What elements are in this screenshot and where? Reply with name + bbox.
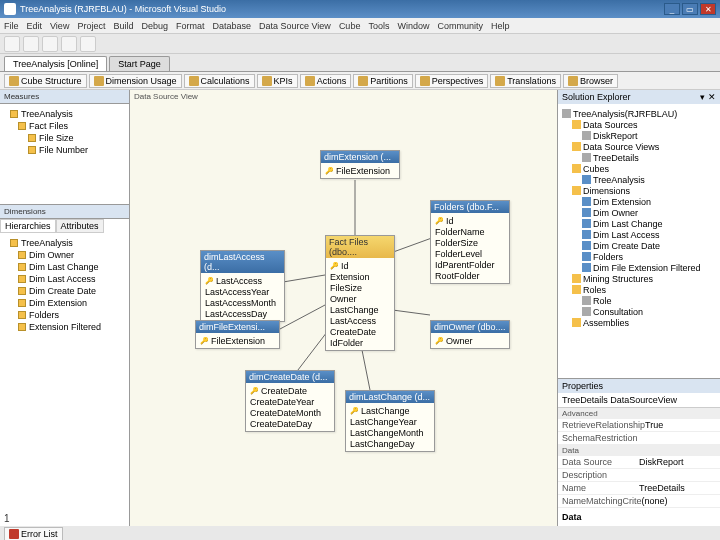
menu-tools[interactable]: Tools: [368, 21, 389, 31]
dim-tab-hierarchies[interactable]: Hierarchies: [0, 219, 56, 233]
solution-item[interactable]: DiskReport: [562, 130, 716, 141]
entity-header: dimOwner (dbo....: [431, 321, 509, 333]
close-button[interactable]: ✕: [700, 3, 716, 15]
solution-item[interactable]: Consultation: [562, 306, 716, 317]
menu-file[interactable]: File: [4, 21, 19, 31]
solution-item[interactable]: Folders: [562, 251, 716, 262]
entity-dimlastaccess[interactable]: dimLastAccess (d... 🔑LastAccess LastAcce…: [200, 250, 285, 322]
prop-row[interactable]: Data SourceDiskReport: [558, 456, 720, 469]
tree-item[interactable]: Extension Filtered: [4, 321, 125, 333]
properties-subject: TreeDetails DataSourceView: [558, 393, 720, 408]
solution-item[interactable]: Data Sources: [562, 119, 716, 130]
maximize-button[interactable]: ▭: [682, 3, 698, 15]
entity-dimextension[interactable]: dimExtension (... 🔑FileExtension: [320, 150, 400, 179]
subtab-calc[interactable]: Calculations: [184, 74, 255, 88]
prop-row[interactable]: SchemaRestriction: [558, 432, 720, 445]
tree-item[interactable]: TreeAnalysis: [4, 108, 125, 120]
entity-header: Fact Files (dbo....: [326, 236, 394, 258]
solution-item[interactable]: Cubes: [562, 163, 716, 174]
tree-item[interactable]: Folders: [4, 309, 125, 321]
subtab-browser[interactable]: Browser: [563, 74, 618, 88]
subtab-partitions[interactable]: Partitions: [353, 74, 413, 88]
solution-item[interactable]: Mining Structures: [562, 273, 716, 284]
measures-tree: TreeAnalysis Fact Files File Size File N…: [0, 104, 129, 204]
menu-edit[interactable]: Edit: [27, 21, 43, 31]
error-list-tab[interactable]: Error List: [4, 527, 63, 540]
tree-item[interactable]: Dim Owner: [4, 249, 125, 261]
menu-database[interactable]: Database: [212, 21, 251, 31]
menu-dsv[interactable]: Data Source View: [259, 21, 331, 31]
solution-item[interactable]: Roles: [562, 284, 716, 295]
solution-item[interactable]: Dim Create Date: [562, 240, 716, 251]
entity-dimfileext[interactable]: dimFileExtensi... 🔑FileExtension: [195, 320, 280, 349]
solution-item[interactable]: Dim File Extension Filtered: [562, 262, 716, 273]
prop-category: Advanced: [558, 408, 720, 419]
dimensions-tree: TreeAnalysis Dim Owner Dim Last Change D…: [0, 233, 129, 526]
subtab-kpi[interactable]: KPIs: [257, 74, 298, 88]
subtab-perspectives[interactable]: Perspectives: [415, 74, 489, 88]
menu-view[interactable]: View: [50, 21, 69, 31]
entity-folders[interactable]: Folders (dbo.F... 🔑Id FolderName FolderS…: [430, 200, 510, 284]
menu-cube[interactable]: Cube: [339, 21, 361, 31]
menu-format[interactable]: Format: [176, 21, 205, 31]
titlebar: TreeAnalysis (RJRFBLAU) - Microsoft Visu…: [0, 0, 720, 18]
prop-row[interactable]: NameMatchingCrite(none): [558, 495, 720, 508]
subtab-structure[interactable]: Cube Structure: [4, 74, 87, 88]
minimize-button[interactable]: _: [664, 3, 680, 15]
entity-dimcreatedate[interactable]: dimCreateDate (d... 🔑CreateDate CreateDa…: [245, 370, 335, 432]
menu-community[interactable]: Community: [437, 21, 483, 31]
dimensions-header: Dimensions: [0, 205, 129, 219]
tree-item[interactable]: Dim Last Access: [4, 273, 125, 285]
solution-item[interactable]: Dim Last Change: [562, 218, 716, 229]
solution-item[interactable]: TreeDetails: [562, 152, 716, 163]
solution-item[interactable]: Dim Extension: [562, 196, 716, 207]
toolbar-button[interactable]: [23, 36, 39, 52]
dsv-canvas[interactable]: Data Source View dimExtension (... 🔑File…: [130, 90, 557, 526]
toolbar-button[interactable]: [61, 36, 77, 52]
prop-row[interactable]: Description: [558, 469, 720, 482]
menu-window[interactable]: Window: [397, 21, 429, 31]
menu-project[interactable]: Project: [77, 21, 105, 31]
solution-item[interactable]: Dim Owner: [562, 207, 716, 218]
tree-item[interactable]: Dim Extension: [4, 297, 125, 309]
subtab-dimusage[interactable]: Dimension Usage: [89, 74, 182, 88]
prop-row[interactable]: RetrieveRelationshipTrue: [558, 419, 720, 432]
solution-item[interactable]: Assemblies: [562, 317, 716, 328]
prop-row[interactable]: NameTreeDetails: [558, 482, 720, 495]
cube-subtabs: Cube Structure Dimension Usage Calculati…: [0, 72, 720, 90]
entity-header: dimLastAccess (d...: [201, 251, 284, 273]
toolbar-button[interactable]: [4, 36, 20, 52]
toolbar-button[interactable]: [80, 36, 96, 52]
solution-item[interactable]: Dim Last Access: [562, 229, 716, 240]
solution-item[interactable]: TreeAnalysis: [562, 174, 716, 185]
solution-tree: TreeAnalysis(RJRFBLAU)Data SourcesDiskRe…: [558, 104, 720, 378]
tree-item[interactable]: Dim Last Change: [4, 261, 125, 273]
tree-item[interactable]: File Size: [4, 132, 125, 144]
solution-item[interactable]: Role: [562, 295, 716, 306]
solution-item[interactable]: Dimensions: [562, 185, 716, 196]
entity-header: dimLastChange (d...: [346, 391, 434, 403]
measures-header: Measures: [0, 90, 129, 104]
entity-header: dimExtension (...: [321, 151, 399, 163]
entity-dimlastchange[interactable]: dimLastChange (d... 🔑LastChange LastChan…: [345, 390, 435, 452]
menu-help[interactable]: Help: [491, 21, 510, 31]
solution-item[interactable]: Data Source Views: [562, 141, 716, 152]
menu-build[interactable]: Build: [113, 21, 133, 31]
tab-treeanalysis[interactable]: TreeAnalysis [Online]: [4, 56, 107, 71]
prop-description: Data: [558, 508, 720, 526]
solution-item[interactable]: TreeAnalysis(RJRFBLAU): [562, 108, 716, 119]
dim-tab-attributes[interactable]: Attributes: [56, 219, 104, 233]
tree-item[interactable]: Dim Create Date: [4, 285, 125, 297]
tree-item[interactable]: Fact Files: [4, 120, 125, 132]
menu-debug[interactable]: Debug: [141, 21, 168, 31]
tab-startpage[interactable]: Start Page: [109, 56, 170, 71]
entity-header: Folders (dbo.F...: [431, 201, 509, 213]
entity-factfiles[interactable]: Fact Files (dbo.... 🔑Id Extension FileSi…: [325, 235, 395, 351]
tree-item[interactable]: File Number: [4, 144, 125, 156]
subtab-translations[interactable]: Translations: [490, 74, 561, 88]
tree-item[interactable]: TreeAnalysis: [4, 237, 125, 249]
entity-header: dimCreateDate (d...: [246, 371, 334, 383]
toolbar-button[interactable]: [42, 36, 58, 52]
entity-dimowner[interactable]: dimOwner (dbo.... 🔑Owner: [430, 320, 510, 349]
subtab-actions[interactable]: Actions: [300, 74, 352, 88]
